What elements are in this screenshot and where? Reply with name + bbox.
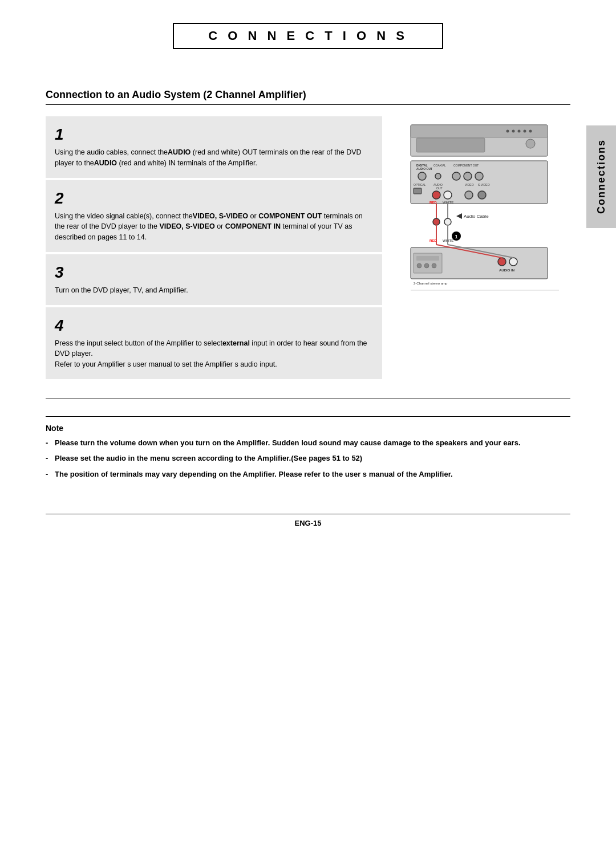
section-title: Connection to an Audio System (2 Channel…: [46, 89, 570, 105]
page-title: C O N N E C T I O N S: [208, 29, 408, 43]
svg-point-46: [432, 263, 436, 268]
steps-column: 1 Using the audio cables, connect theAUD…: [46, 116, 382, 381]
step-1-number: 1: [55, 125, 371, 144]
note-label: Note: [46, 424, 570, 433]
svg-text:VIDEO: VIDEO: [465, 183, 474, 186]
svg-point-2: [506, 130, 509, 133]
note-item-1: Please turn the volume down when you tur…: [46, 437, 570, 449]
svg-point-45: [424, 263, 429, 268]
svg-point-17: [464, 172, 472, 180]
svg-text:AUDIO OUT: AUDIO OUT: [416, 167, 432, 170]
svg-point-28: [478, 191, 486, 199]
svg-point-18: [475, 172, 483, 180]
svg-point-16: [452, 172, 460, 180]
svg-point-36: [444, 218, 451, 225]
step-4-number: 4: [55, 316, 371, 335]
step-4-box: 4 Press the input select button of the A…: [46, 307, 382, 379]
svg-point-3: [512, 130, 515, 133]
step-3-number: 3: [55, 263, 371, 282]
side-tab-label: Connections: [595, 139, 607, 214]
svg-point-4: [518, 130, 521, 133]
step-2-number: 2: [55, 189, 371, 208]
svg-point-8: [526, 139, 535, 148]
svg-text:OUT: OUT: [436, 186, 443, 190]
svg-point-23: [432, 191, 440, 199]
note-items: Please turn the volume down when you tur…: [46, 437, 570, 480]
svg-text:S-VIDEO: S-VIDEO: [478, 183, 490, 186]
svg-point-14: [435, 173, 441, 179]
note-section: Note Please turn the volume down when yo…: [46, 416, 570, 480]
svg-text:AUDIO IN: AUDIO IN: [499, 269, 514, 272]
step-2-box: 2 Using the video signal cable(s), conne…: [46, 180, 382, 252]
svg-point-6: [529, 130, 532, 133]
svg-text:Audio Cable: Audio Cable: [464, 214, 489, 219]
svg-rect-7: [416, 138, 485, 152]
svg-rect-20: [414, 188, 422, 194]
step-2-text: Using the video signal cable(s), connect…: [55, 211, 371, 243]
step-3-text: Turn on the DVD player, TV, and Amplifie…: [55, 285, 371, 296]
svg-text:1: 1: [455, 234, 457, 239]
svg-text:COAXIAL: COAXIAL: [433, 164, 446, 167]
step-4-text: Press the input select button of the Amp…: [55, 338, 371, 370]
svg-point-5: [524, 130, 526, 133]
step-1-text: Using the audio cables, connect theAUDIO…: [55, 147, 371, 169]
svg-text:2-Channel stereo amp: 2-Channel stereo amp: [414, 282, 448, 285]
page-header: C O N N E C T I O N S: [173, 23, 443, 49]
svg-rect-1: [411, 125, 548, 137]
side-tab: Connections: [586, 125, 616, 228]
svg-point-26: [465, 191, 473, 199]
step-1-box: 1 Using the audio cables, connect theAUD…: [46, 116, 382, 178]
svg-point-47: [498, 258, 506, 266]
note-item-2: Please set the audio in the menu screen …: [46, 453, 570, 464]
svg-marker-33: [456, 213, 462, 219]
svg-point-24: [444, 191, 452, 199]
svg-point-44: [417, 263, 422, 268]
note-item-3: The position of terminals may vary depen…: [46, 469, 570, 480]
svg-point-35: [433, 218, 440, 225]
diagram-column: DIGITAL AUDIO OUT COAXIAL COMPONENT OUT …: [399, 116, 570, 381]
svg-point-12: [418, 172, 426, 180]
svg-text:OPTICAL: OPTICAL: [414, 183, 426, 186]
connection-diagram: DIGITAL AUDIO OUT COAXIAL COMPONENT OUT …: [405, 122, 565, 361]
svg-text:COMPONENT OUT: COMPONENT OUT: [453, 164, 479, 167]
svg-point-48: [509, 258, 517, 266]
svg-text:RED: RED: [429, 239, 437, 242]
content-divider: [46, 399, 570, 399]
svg-rect-43: [416, 256, 439, 261]
step-3-box: 3 Turn on the DVD player, TV, and Amplif…: [46, 254, 382, 305]
page-number: ENG-15: [46, 514, 570, 527]
svg-text:WHITE: WHITE: [443, 239, 453, 242]
